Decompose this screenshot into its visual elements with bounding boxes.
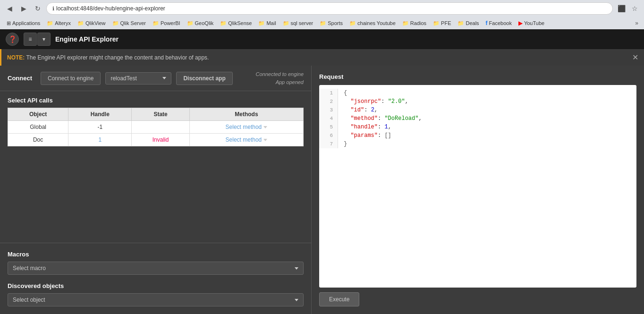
youtube-icon: ▶ xyxy=(518,20,523,26)
screen-share-button[interactable]: ⬛ xyxy=(616,3,627,14)
lock-icon: ℹ xyxy=(52,6,54,12)
col-state: State xyxy=(132,108,189,121)
browser-chrome: ◀ ▶ ↻ ℹ localhost:4848/dev-hub/engine-ap… xyxy=(0,0,644,29)
connect-to-engine-button[interactable]: Connect to engine xyxy=(41,72,101,85)
folder-icon: 📁 xyxy=(283,20,289,26)
browser-actions: ⬛ ☆ xyxy=(616,3,640,14)
object-select-dropdown[interactable]: Select object xyxy=(8,293,304,306)
folder-icon: 📁 xyxy=(320,20,326,26)
bookmark-mail[interactable]: 📁 Mail xyxy=(255,19,279,27)
folder-icon: 📁 xyxy=(153,20,159,26)
bookmark-button[interactable]: ☆ xyxy=(629,3,640,14)
note-body: The Engine API explorer might change the… xyxy=(26,54,209,61)
macros-title: Macros xyxy=(8,251,304,258)
app-container: ❓ ≡ ▾ Engine API Explorer NOTE: The Engi… xyxy=(0,29,644,314)
object-doc: Doc xyxy=(8,134,68,146)
app-title: Engine API Explorer xyxy=(55,35,119,43)
method-select-global[interactable]: Select method xyxy=(189,121,303,134)
chevron-down-icon xyxy=(295,267,298,270)
connect-section: Connect Connect to engine reloadTest Dis… xyxy=(0,66,311,91)
api-table: Object Handle State Methods Global -1 xyxy=(8,108,304,146)
bookmark-youtube[interactable]: ▶ YouTube xyxy=(516,19,547,27)
bookmark-radios[interactable]: 📁 Radios xyxy=(399,19,429,27)
bookmark-qlikview[interactable]: 📁 QlikView xyxy=(75,19,109,27)
code-line-5: 5 "handle": 1, xyxy=(319,123,636,131)
macro-select-dropdown[interactable]: Select macro xyxy=(8,262,304,275)
forward-button[interactable]: ▶ xyxy=(18,3,29,14)
connection-status: Connected to engine App opened xyxy=(255,70,304,86)
bookmark-deals[interactable]: 📁 Deals xyxy=(455,19,482,27)
status-line1: Connected to engine xyxy=(255,70,304,78)
col-methods: Methods xyxy=(189,108,303,121)
back-button[interactable]: ◀ xyxy=(4,3,15,14)
bookmark-sqlserver[interactable]: 📁 sql server xyxy=(280,19,316,27)
table-row: Doc 1 Invalid Select method xyxy=(8,134,304,146)
handle-global: -1 xyxy=(68,121,132,134)
status-line2: App opened xyxy=(255,78,304,86)
object-global: Global xyxy=(8,121,68,134)
right-panel: Request 1 { 2 "jsonrpc": "2.0", 3 "id": … xyxy=(312,66,644,314)
app-header: ❓ ≡ ▾ Engine API Explorer xyxy=(0,29,644,49)
macro-select-placeholder: Select macro xyxy=(13,265,46,272)
execute-button[interactable]: Execute xyxy=(319,292,359,306)
bookmark-applications[interactable]: ⊞ Applications xyxy=(4,19,43,27)
address-bar[interactable]: ℹ localhost:4848/dev-hub/engine-api-expl… xyxy=(46,2,613,15)
left-panel: Connect Connect to engine reloadTest Dis… xyxy=(0,66,312,314)
folder-icon: 📁 xyxy=(77,20,84,26)
code-line-3: 3 "id": 2, xyxy=(319,106,636,114)
folder-icon: 📁 xyxy=(433,20,440,26)
connect-label: Connect xyxy=(8,75,36,82)
chevron-down-icon xyxy=(295,299,298,301)
url-text: localhost:4848/dev-hub/engine-api-explor… xyxy=(56,5,165,12)
app-logo-button[interactable]: ❓ xyxy=(6,33,19,46)
app-submenu-button[interactable]: ▾ xyxy=(37,33,51,46)
code-line-6: 6 "params": [] xyxy=(319,131,636,140)
object-select-placeholder: Select object xyxy=(13,297,45,303)
method-select-doc[interactable]: Select method xyxy=(189,134,303,146)
state-doc: Invalid xyxy=(132,134,189,146)
bookmark-chaines-youtube[interactable]: 📁 chaines Youtube xyxy=(347,19,398,27)
bookmark-geoqlik[interactable]: 📁 GeoQlik xyxy=(184,19,217,27)
note-bar: NOTE: The Engine API explorer might chan… xyxy=(0,49,644,66)
col-object: Object xyxy=(8,108,68,121)
bookmark-facebook[interactable]: f Facebook xyxy=(483,19,515,27)
disconnect-app-button[interactable]: Disconnect app xyxy=(176,72,232,85)
code-line-4: 4 "method": "DoReload", xyxy=(319,114,636,123)
app-select-value: reloadTest xyxy=(110,75,136,82)
state-global xyxy=(132,121,189,134)
chevron-down-icon xyxy=(162,77,166,79)
apps-grid-icon: ⊞ xyxy=(7,20,11,26)
app-select-dropdown[interactable]: reloadTest xyxy=(105,72,171,85)
request-title: Request xyxy=(319,73,636,80)
bookmarks-bar: ⊞ Applications 📁 Alteryx 📁 QlikView 📁 Ql… xyxy=(0,17,644,29)
folder-icon: 📁 xyxy=(349,20,356,26)
bookmark-qlikserver[interactable]: 📁 Qlik Server xyxy=(110,19,149,27)
bookmark-pfe[interactable]: 📁 PFE xyxy=(430,19,454,27)
bookmarks-more-button[interactable]: » xyxy=(633,19,640,27)
code-line-2: 2 "jsonrpc": "2.0", xyxy=(319,97,636,106)
bookmark-sports[interactable]: 📁 Sports xyxy=(317,19,346,27)
folder-icon: 📁 xyxy=(47,20,53,26)
api-calls-section: Select API calls Object Handle State Met… xyxy=(0,91,311,243)
discovered-section: Discovered objects Select object xyxy=(0,282,311,314)
note-prefix: NOTE: xyxy=(7,54,25,61)
app-menu-button[interactable]: ≡ xyxy=(24,33,37,46)
folder-icon: 📁 xyxy=(112,20,119,26)
code-line-1: 1 { xyxy=(319,89,636,97)
bookmark-alteryx[interactable]: 📁 Alteryx xyxy=(44,19,74,27)
reload-button[interactable]: ↻ xyxy=(32,3,43,14)
chevron-down-icon: ▾ xyxy=(42,36,45,42)
bookmark-qliksense[interactable]: 📁 QlikSense xyxy=(217,19,254,27)
col-handle: Handle xyxy=(68,108,132,121)
macros-section: Macros Select macro xyxy=(0,243,311,282)
table-row: Global -1 Select method xyxy=(8,121,304,134)
code-editor[interactable]: 1 { 2 "jsonrpc": "2.0", 3 "id": 2, 4 "me… xyxy=(319,85,636,288)
facebook-icon: f xyxy=(486,20,488,26)
browser-toolbar: ◀ ▶ ↻ ℹ localhost:4848/dev-hub/engine-ap… xyxy=(0,0,644,17)
bookmark-powerbi[interactable]: 📁 PowerBI xyxy=(150,19,183,27)
note-text: NOTE: The Engine API explorer might chan… xyxy=(7,54,632,61)
folder-icon: 📁 xyxy=(220,20,227,26)
handle-doc: 1 xyxy=(68,134,132,146)
note-close-button[interactable]: ✕ xyxy=(632,53,638,62)
chevron-down-icon xyxy=(263,126,267,128)
